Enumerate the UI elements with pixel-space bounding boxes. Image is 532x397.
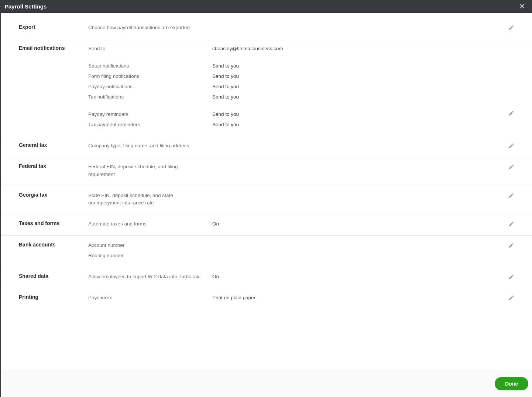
section-export: Export Choose how payroll transactions a… [1, 13, 532, 39]
section-email-notifications: Email notifications Send to cbeasley@fit… [1, 39, 532, 136]
section-title-federal-tax: Federal tax [19, 163, 88, 180]
modal-footer: Done [2, 370, 532, 397]
settings-content: Export Choose how payroll transactions a… [1, 13, 532, 370]
pencil-icon[interactable] [508, 274, 514, 280]
close-icon[interactable]: ✕ [517, 2, 528, 11]
georgia-tax-description: State EIN, deposit schedule, and state u… [88, 192, 192, 207]
send-to-label: Send to [88, 45, 212, 52]
done-button[interactable]: Done [495, 377, 528, 390]
federal-tax-description: Federal EIN, deposit schedule, and filin… [88, 163, 192, 178]
reminder-label: Payday reminders [88, 111, 212, 118]
turbotax-label: Allow employees to import W-2 data into … [88, 273, 212, 280]
pencil-icon[interactable] [508, 25, 514, 31]
notification-value: Send to you [212, 93, 239, 101]
section-title-email: Email notifications [19, 45, 88, 130]
notification-label: Setup notifications [88, 62, 212, 70]
pencil-icon[interactable] [508, 242, 514, 248]
section-federal-tax: Federal tax Federal EIN, deposit schedul… [1, 157, 532, 186]
pencil-icon[interactable] [508, 110, 514, 116]
automate-value: On [212, 220, 219, 228]
notification-label: Form filing notifications [88, 73, 212, 80]
section-title-taxes-forms: Taxes and forms [19, 220, 88, 229]
general-tax-description: Company type, filing name, and filing ad… [88, 142, 189, 149]
section-general-tax: General tax Company type, filing name, a… [1, 136, 532, 157]
pencil-icon[interactable] [508, 193, 514, 198]
paychecks-value: Print on plain paper [212, 294, 255, 301]
account-number-label: Account number [88, 242, 212, 249]
section-title-general-tax: General tax [19, 142, 88, 151]
reminder-label: Tax payment reminders [88, 121, 212, 128]
section-title-shared: Shared data [19, 273, 88, 282]
notification-value: Send to you [212, 83, 239, 90]
notification-value: Send to you [212, 73, 239, 80]
export-description: Choose how payroll transactions are expo… [88, 24, 190, 31]
pencil-icon[interactable] [508, 143, 514, 149]
section-title-printing: Printing [19, 294, 88, 303]
reminder-value: Send to you [212, 121, 239, 128]
section-georgia-tax: Georgia tax State EIN, deposit schedule,… [1, 186, 532, 215]
routing-number-label: Routing number [88, 252, 212, 259]
pencil-icon[interactable] [508, 164, 514, 170]
notification-label: Tax notifications [88, 93, 212, 101]
notification-label: Payday notifications [88, 83, 212, 90]
automate-label: Automate taxes and forms [88, 220, 212, 228]
pencil-icon[interactable] [508, 295, 514, 301]
paychecks-label: Paychecks [88, 294, 212, 301]
notification-value: Send to you [212, 62, 239, 70]
section-taxes-forms: Taxes and forms Automate taxes and forms… [1, 214, 532, 235]
section-title-bank: Bank accounts [19, 242, 88, 261]
section-printing: Printing Paychecks Print on plain paper [1, 288, 532, 309]
section-title-export: Export [19, 24, 88, 33]
section-shared-data: Shared data Allow employees to import W-… [1, 267, 532, 288]
send-to-value: cbeasley@fitsmallbusiness.com [212, 45, 283, 52]
turbotax-value: On [212, 273, 219, 280]
section-bank-accounts: Bank accounts Account number Routing num… [1, 236, 532, 267]
pencil-icon[interactable] [508, 221, 514, 227]
section-title-georgia-tax: Georgia tax [19, 192, 88, 208]
reminder-value: Send to you [212, 111, 239, 118]
modal-title: Payroll Settings [5, 3, 47, 10]
modal-header: Payroll Settings ✕ [1, 0, 532, 13]
